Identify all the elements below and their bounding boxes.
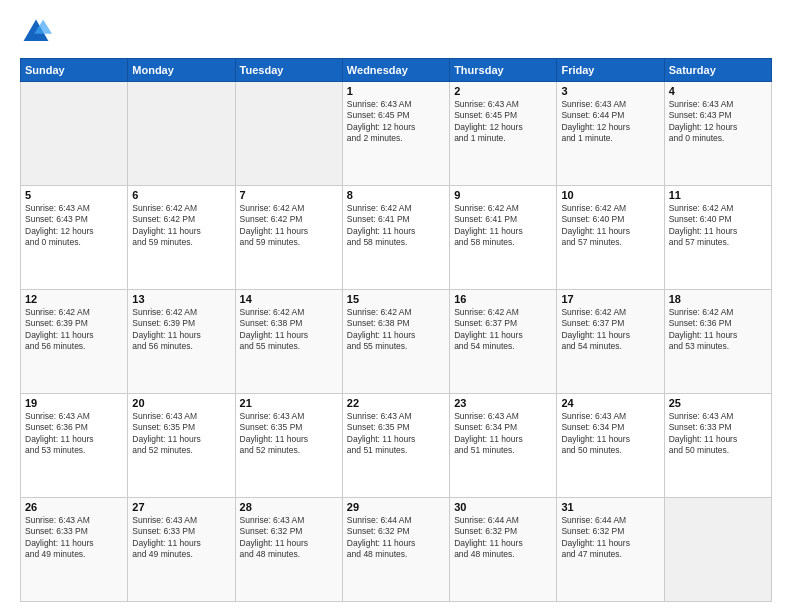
day-number: 12 (25, 293, 123, 305)
day-info: Sunrise: 6:42 AM Sunset: 6:42 PM Dayligh… (240, 203, 338, 249)
day-info: Sunrise: 6:42 AM Sunset: 6:39 PM Dayligh… (25, 307, 123, 353)
calendar-body: 1Sunrise: 6:43 AM Sunset: 6:45 PM Daylig… (21, 82, 772, 602)
day-number: 13 (132, 293, 230, 305)
day-number: 2 (454, 85, 552, 97)
calendar-day: 22Sunrise: 6:43 AM Sunset: 6:35 PM Dayli… (342, 394, 449, 498)
day-number: 4 (669, 85, 767, 97)
day-number: 19 (25, 397, 123, 409)
calendar-day: 19Sunrise: 6:43 AM Sunset: 6:36 PM Dayli… (21, 394, 128, 498)
calendar-day: 13Sunrise: 6:42 AM Sunset: 6:39 PM Dayli… (128, 290, 235, 394)
day-number: 16 (454, 293, 552, 305)
calendar-week: 1Sunrise: 6:43 AM Sunset: 6:45 PM Daylig… (21, 82, 772, 186)
day-info: Sunrise: 6:43 AM Sunset: 6:32 PM Dayligh… (240, 515, 338, 561)
day-info: Sunrise: 6:42 AM Sunset: 6:38 PM Dayligh… (240, 307, 338, 353)
day-number: 31 (561, 501, 659, 513)
day-info: Sunrise: 6:43 AM Sunset: 6:45 PM Dayligh… (454, 99, 552, 145)
day-number: 30 (454, 501, 552, 513)
day-number: 10 (561, 189, 659, 201)
day-number: 27 (132, 501, 230, 513)
day-info: Sunrise: 6:44 AM Sunset: 6:32 PM Dayligh… (561, 515, 659, 561)
day-number: 8 (347, 189, 445, 201)
day-number: 26 (25, 501, 123, 513)
day-number: 3 (561, 85, 659, 97)
calendar-day: 2Sunrise: 6:43 AM Sunset: 6:45 PM Daylig… (450, 82, 557, 186)
calendar-week: 19Sunrise: 6:43 AM Sunset: 6:36 PM Dayli… (21, 394, 772, 498)
calendar-day: 8Sunrise: 6:42 AM Sunset: 6:41 PM Daylig… (342, 186, 449, 290)
day-info: Sunrise: 6:43 AM Sunset: 6:35 PM Dayligh… (132, 411, 230, 457)
calendar-header: SundayMondayTuesdayWednesdayThursdayFrid… (21, 59, 772, 82)
calendar-week: 12Sunrise: 6:42 AM Sunset: 6:39 PM Dayli… (21, 290, 772, 394)
day-info: Sunrise: 6:43 AM Sunset: 6:35 PM Dayligh… (240, 411, 338, 457)
calendar-day (235, 82, 342, 186)
calendar-day: 24Sunrise: 6:43 AM Sunset: 6:34 PM Dayli… (557, 394, 664, 498)
calendar-day: 26Sunrise: 6:43 AM Sunset: 6:33 PM Dayli… (21, 498, 128, 602)
calendar-day: 9Sunrise: 6:42 AM Sunset: 6:41 PM Daylig… (450, 186, 557, 290)
calendar-day: 5Sunrise: 6:43 AM Sunset: 6:43 PM Daylig… (21, 186, 128, 290)
day-number: 28 (240, 501, 338, 513)
calendar-day: 1Sunrise: 6:43 AM Sunset: 6:45 PM Daylig… (342, 82, 449, 186)
page: SundayMondayTuesdayWednesdayThursdayFrid… (0, 0, 792, 612)
calendar-day: 4Sunrise: 6:43 AM Sunset: 6:43 PM Daylig… (664, 82, 771, 186)
calendar-day: 28Sunrise: 6:43 AM Sunset: 6:32 PM Dayli… (235, 498, 342, 602)
calendar-day (21, 82, 128, 186)
calendar-day: 30Sunrise: 6:44 AM Sunset: 6:32 PM Dayli… (450, 498, 557, 602)
calendar-table: SundayMondayTuesdayWednesdayThursdayFrid… (20, 58, 772, 602)
calendar-day: 21Sunrise: 6:43 AM Sunset: 6:35 PM Dayli… (235, 394, 342, 498)
calendar-day: 17Sunrise: 6:42 AM Sunset: 6:37 PM Dayli… (557, 290, 664, 394)
day-number: 22 (347, 397, 445, 409)
day-number: 9 (454, 189, 552, 201)
calendar-day: 7Sunrise: 6:42 AM Sunset: 6:42 PM Daylig… (235, 186, 342, 290)
day-info: Sunrise: 6:44 AM Sunset: 6:32 PM Dayligh… (454, 515, 552, 561)
day-info: Sunrise: 6:42 AM Sunset: 6:36 PM Dayligh… (669, 307, 767, 353)
day-info: Sunrise: 6:43 AM Sunset: 6:44 PM Dayligh… (561, 99, 659, 145)
day-info: Sunrise: 6:43 AM Sunset: 6:34 PM Dayligh… (561, 411, 659, 457)
day-number: 18 (669, 293, 767, 305)
day-info: Sunrise: 6:43 AM Sunset: 6:33 PM Dayligh… (669, 411, 767, 457)
day-info: Sunrise: 6:42 AM Sunset: 6:38 PM Dayligh… (347, 307, 445, 353)
calendar-day: 10Sunrise: 6:42 AM Sunset: 6:40 PM Dayli… (557, 186, 664, 290)
day-number: 15 (347, 293, 445, 305)
calendar-day: 27Sunrise: 6:43 AM Sunset: 6:33 PM Dayli… (128, 498, 235, 602)
logo (20, 16, 56, 48)
header-row: SundayMondayTuesdayWednesdayThursdayFrid… (21, 59, 772, 82)
calendar-day: 20Sunrise: 6:43 AM Sunset: 6:35 PM Dayli… (128, 394, 235, 498)
calendar-day: 18Sunrise: 6:42 AM Sunset: 6:36 PM Dayli… (664, 290, 771, 394)
weekday-header: Wednesday (342, 59, 449, 82)
day-info: Sunrise: 6:42 AM Sunset: 6:41 PM Dayligh… (454, 203, 552, 249)
calendar-week: 5Sunrise: 6:43 AM Sunset: 6:43 PM Daylig… (21, 186, 772, 290)
day-number: 17 (561, 293, 659, 305)
calendar-day: 25Sunrise: 6:43 AM Sunset: 6:33 PM Dayli… (664, 394, 771, 498)
calendar-day: 11Sunrise: 6:42 AM Sunset: 6:40 PM Dayli… (664, 186, 771, 290)
day-number: 23 (454, 397, 552, 409)
calendar-day (128, 82, 235, 186)
calendar-day: 6Sunrise: 6:42 AM Sunset: 6:42 PM Daylig… (128, 186, 235, 290)
day-number: 25 (669, 397, 767, 409)
calendar-day: 3Sunrise: 6:43 AM Sunset: 6:44 PM Daylig… (557, 82, 664, 186)
day-info: Sunrise: 6:43 AM Sunset: 6:35 PM Dayligh… (347, 411, 445, 457)
day-info: Sunrise: 6:42 AM Sunset: 6:39 PM Dayligh… (132, 307, 230, 353)
calendar-day: 23Sunrise: 6:43 AM Sunset: 6:34 PM Dayli… (450, 394, 557, 498)
day-info: Sunrise: 6:42 AM Sunset: 6:37 PM Dayligh… (454, 307, 552, 353)
day-info: Sunrise: 6:42 AM Sunset: 6:41 PM Dayligh… (347, 203, 445, 249)
calendar-day: 14Sunrise: 6:42 AM Sunset: 6:38 PM Dayli… (235, 290, 342, 394)
day-number: 29 (347, 501, 445, 513)
day-number: 11 (669, 189, 767, 201)
day-info: Sunrise: 6:43 AM Sunset: 6:45 PM Dayligh… (347, 99, 445, 145)
day-info: Sunrise: 6:42 AM Sunset: 6:40 PM Dayligh… (561, 203, 659, 249)
day-number: 6 (132, 189, 230, 201)
day-number: 7 (240, 189, 338, 201)
day-info: Sunrise: 6:43 AM Sunset: 6:33 PM Dayligh… (25, 515, 123, 561)
calendar-day: 15Sunrise: 6:42 AM Sunset: 6:38 PM Dayli… (342, 290, 449, 394)
calendar-day: 29Sunrise: 6:44 AM Sunset: 6:32 PM Dayli… (342, 498, 449, 602)
day-info: Sunrise: 6:42 AM Sunset: 6:42 PM Dayligh… (132, 203, 230, 249)
calendar-day: 12Sunrise: 6:42 AM Sunset: 6:39 PM Dayli… (21, 290, 128, 394)
calendar-day: 31Sunrise: 6:44 AM Sunset: 6:32 PM Dayli… (557, 498, 664, 602)
day-number: 14 (240, 293, 338, 305)
header (20, 16, 772, 48)
calendar-week: 26Sunrise: 6:43 AM Sunset: 6:33 PM Dayli… (21, 498, 772, 602)
day-info: Sunrise: 6:42 AM Sunset: 6:37 PM Dayligh… (561, 307, 659, 353)
logo-icon (20, 16, 52, 48)
day-number: 1 (347, 85, 445, 97)
day-info: Sunrise: 6:43 AM Sunset: 6:43 PM Dayligh… (25, 203, 123, 249)
weekday-header: Monday (128, 59, 235, 82)
